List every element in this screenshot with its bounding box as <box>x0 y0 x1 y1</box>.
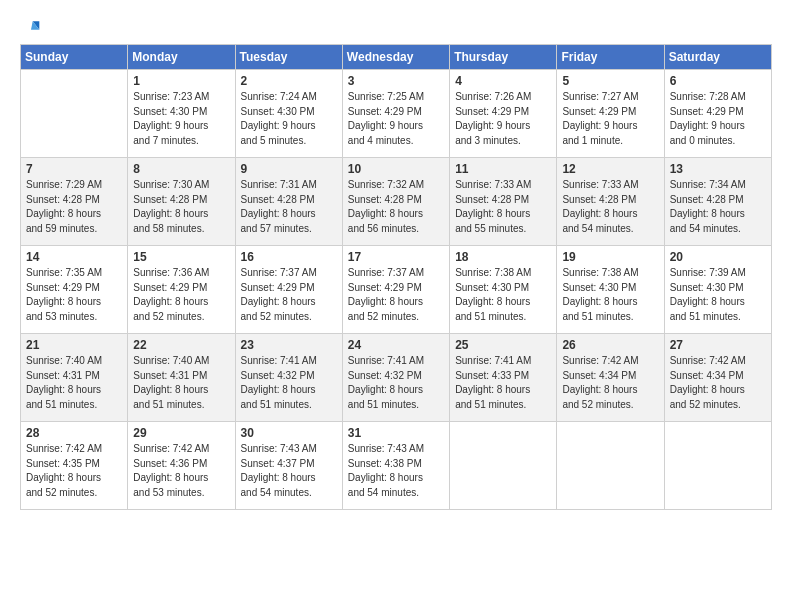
calendar-cell: 22Sunrise: 7:40 AM Sunset: 4:31 PM Dayli… <box>128 334 235 422</box>
calendar-cell: 3Sunrise: 7:25 AM Sunset: 4:29 PM Daylig… <box>342 70 449 158</box>
calendar-header-thursday: Thursday <box>450 45 557 70</box>
calendar-cell <box>664 422 771 510</box>
day-number: 1 <box>133 74 229 88</box>
day-info: Sunrise: 7:30 AM Sunset: 4:28 PM Dayligh… <box>133 178 229 236</box>
day-info: Sunrise: 7:33 AM Sunset: 4:28 PM Dayligh… <box>562 178 658 236</box>
day-number: 25 <box>455 338 551 352</box>
logo-icon <box>21 18 39 36</box>
page: SundayMondayTuesdayWednesdayThursdayFrid… <box>0 0 792 612</box>
calendar-cell: 31Sunrise: 7:43 AM Sunset: 4:38 PM Dayli… <box>342 422 449 510</box>
day-number: 12 <box>562 162 658 176</box>
calendar-cell: 17Sunrise: 7:37 AM Sunset: 4:29 PM Dayli… <box>342 246 449 334</box>
day-number: 24 <box>348 338 444 352</box>
header <box>20 18 772 34</box>
day-info: Sunrise: 7:41 AM Sunset: 4:32 PM Dayligh… <box>241 354 337 412</box>
day-info: Sunrise: 7:29 AM Sunset: 4:28 PM Dayligh… <box>26 178 122 236</box>
day-number: 27 <box>670 338 766 352</box>
calendar-cell: 20Sunrise: 7:39 AM Sunset: 4:30 PM Dayli… <box>664 246 771 334</box>
day-number: 4 <box>455 74 551 88</box>
day-info: Sunrise: 7:43 AM Sunset: 4:38 PM Dayligh… <box>348 442 444 500</box>
calendar-cell: 16Sunrise: 7:37 AM Sunset: 4:29 PM Dayli… <box>235 246 342 334</box>
day-number: 29 <box>133 426 229 440</box>
day-info: Sunrise: 7:42 AM Sunset: 4:36 PM Dayligh… <box>133 442 229 500</box>
day-info: Sunrise: 7:31 AM Sunset: 4:28 PM Dayligh… <box>241 178 337 236</box>
calendar-week-2: 14Sunrise: 7:35 AM Sunset: 4:29 PM Dayli… <box>21 246 772 334</box>
day-number: 3 <box>348 74 444 88</box>
day-number: 5 <box>562 74 658 88</box>
day-number: 31 <box>348 426 444 440</box>
day-number: 16 <box>241 250 337 264</box>
day-number: 10 <box>348 162 444 176</box>
calendar-cell: 24Sunrise: 7:41 AM Sunset: 4:32 PM Dayli… <box>342 334 449 422</box>
calendar-cell: 2Sunrise: 7:24 AM Sunset: 4:30 PM Daylig… <box>235 70 342 158</box>
calendar-cell: 5Sunrise: 7:27 AM Sunset: 4:29 PM Daylig… <box>557 70 664 158</box>
calendar-cell: 6Sunrise: 7:28 AM Sunset: 4:29 PM Daylig… <box>664 70 771 158</box>
calendar-cell: 14Sunrise: 7:35 AM Sunset: 4:29 PM Dayli… <box>21 246 128 334</box>
day-number: 7 <box>26 162 122 176</box>
day-info: Sunrise: 7:41 AM Sunset: 4:33 PM Dayligh… <box>455 354 551 412</box>
calendar-cell: 10Sunrise: 7:32 AM Sunset: 4:28 PM Dayli… <box>342 158 449 246</box>
calendar-cell: 8Sunrise: 7:30 AM Sunset: 4:28 PM Daylig… <box>128 158 235 246</box>
calendar-cell: 18Sunrise: 7:38 AM Sunset: 4:30 PM Dayli… <box>450 246 557 334</box>
day-info: Sunrise: 7:42 AM Sunset: 4:34 PM Dayligh… <box>562 354 658 412</box>
calendar-cell: 12Sunrise: 7:33 AM Sunset: 4:28 PM Dayli… <box>557 158 664 246</box>
day-number: 28 <box>26 426 122 440</box>
day-info: Sunrise: 7:42 AM Sunset: 4:35 PM Dayligh… <box>26 442 122 500</box>
day-number: 20 <box>670 250 766 264</box>
calendar-week-0: 1Sunrise: 7:23 AM Sunset: 4:30 PM Daylig… <box>21 70 772 158</box>
day-number: 26 <box>562 338 658 352</box>
day-info: Sunrise: 7:25 AM Sunset: 4:29 PM Dayligh… <box>348 90 444 148</box>
calendar-cell: 11Sunrise: 7:33 AM Sunset: 4:28 PM Dayli… <box>450 158 557 246</box>
day-number: 30 <box>241 426 337 440</box>
day-number: 8 <box>133 162 229 176</box>
day-info: Sunrise: 7:40 AM Sunset: 4:31 PM Dayligh… <box>133 354 229 412</box>
day-info: Sunrise: 7:37 AM Sunset: 4:29 PM Dayligh… <box>348 266 444 324</box>
calendar-cell: 1Sunrise: 7:23 AM Sunset: 4:30 PM Daylig… <box>128 70 235 158</box>
calendar-header-sunday: Sunday <box>21 45 128 70</box>
day-info: Sunrise: 7:36 AM Sunset: 4:29 PM Dayligh… <box>133 266 229 324</box>
day-number: 23 <box>241 338 337 352</box>
calendar-week-4: 28Sunrise: 7:42 AM Sunset: 4:35 PM Dayli… <box>21 422 772 510</box>
day-info: Sunrise: 7:34 AM Sunset: 4:28 PM Dayligh… <box>670 178 766 236</box>
calendar-cell <box>450 422 557 510</box>
day-info: Sunrise: 7:35 AM Sunset: 4:29 PM Dayligh… <box>26 266 122 324</box>
calendar-cell <box>557 422 664 510</box>
calendar-cell: 21Sunrise: 7:40 AM Sunset: 4:31 PM Dayli… <box>21 334 128 422</box>
calendar-cell: 25Sunrise: 7:41 AM Sunset: 4:33 PM Dayli… <box>450 334 557 422</box>
day-info: Sunrise: 7:42 AM Sunset: 4:34 PM Dayligh… <box>670 354 766 412</box>
day-number: 17 <box>348 250 444 264</box>
day-info: Sunrise: 7:37 AM Sunset: 4:29 PM Dayligh… <box>241 266 337 324</box>
calendar-cell: 30Sunrise: 7:43 AM Sunset: 4:37 PM Dayli… <box>235 422 342 510</box>
calendar-cell: 27Sunrise: 7:42 AM Sunset: 4:34 PM Dayli… <box>664 334 771 422</box>
calendar-week-3: 21Sunrise: 7:40 AM Sunset: 4:31 PM Dayli… <box>21 334 772 422</box>
calendar-header-saturday: Saturday <box>664 45 771 70</box>
day-info: Sunrise: 7:38 AM Sunset: 4:30 PM Dayligh… <box>562 266 658 324</box>
day-number: 21 <box>26 338 122 352</box>
day-info: Sunrise: 7:32 AM Sunset: 4:28 PM Dayligh… <box>348 178 444 236</box>
day-info: Sunrise: 7:24 AM Sunset: 4:30 PM Dayligh… <box>241 90 337 148</box>
day-number: 11 <box>455 162 551 176</box>
day-info: Sunrise: 7:26 AM Sunset: 4:29 PM Dayligh… <box>455 90 551 148</box>
calendar-header-friday: Friday <box>557 45 664 70</box>
day-info: Sunrise: 7:43 AM Sunset: 4:37 PM Dayligh… <box>241 442 337 500</box>
day-number: 9 <box>241 162 337 176</box>
day-number: 13 <box>670 162 766 176</box>
calendar-cell: 28Sunrise: 7:42 AM Sunset: 4:35 PM Dayli… <box>21 422 128 510</box>
calendar-cell: 7Sunrise: 7:29 AM Sunset: 4:28 PM Daylig… <box>21 158 128 246</box>
calendar-cell: 15Sunrise: 7:36 AM Sunset: 4:29 PM Dayli… <box>128 246 235 334</box>
day-info: Sunrise: 7:33 AM Sunset: 4:28 PM Dayligh… <box>455 178 551 236</box>
calendar-cell: 19Sunrise: 7:38 AM Sunset: 4:30 PM Dayli… <box>557 246 664 334</box>
day-number: 2 <box>241 74 337 88</box>
day-info: Sunrise: 7:23 AM Sunset: 4:30 PM Dayligh… <box>133 90 229 148</box>
calendar-header-row: SundayMondayTuesdayWednesdayThursdayFrid… <box>21 45 772 70</box>
calendar-header-tuesday: Tuesday <box>235 45 342 70</box>
day-number: 15 <box>133 250 229 264</box>
day-info: Sunrise: 7:39 AM Sunset: 4:30 PM Dayligh… <box>670 266 766 324</box>
calendar-header-wednesday: Wednesday <box>342 45 449 70</box>
calendar: SundayMondayTuesdayWednesdayThursdayFrid… <box>20 44 772 510</box>
day-number: 14 <box>26 250 122 264</box>
day-info: Sunrise: 7:27 AM Sunset: 4:29 PM Dayligh… <box>562 90 658 148</box>
day-number: 18 <box>455 250 551 264</box>
day-info: Sunrise: 7:40 AM Sunset: 4:31 PM Dayligh… <box>26 354 122 412</box>
calendar-cell: 26Sunrise: 7:42 AM Sunset: 4:34 PM Dayli… <box>557 334 664 422</box>
